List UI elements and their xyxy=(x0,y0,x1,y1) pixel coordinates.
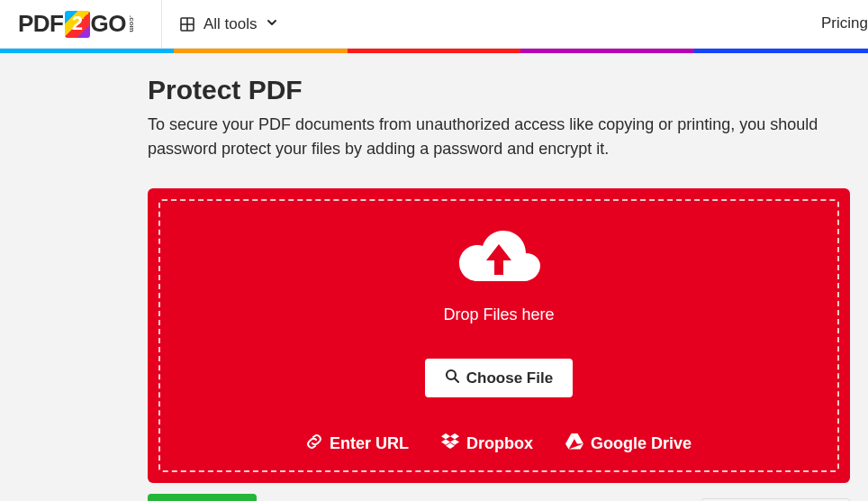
svg-marker-5 xyxy=(441,433,450,439)
upload-panel: Drop Files here Choose File xyxy=(148,188,850,483)
source-row: Enter URL Dropbox xyxy=(182,433,816,454)
color-bar xyxy=(0,49,868,53)
all-tools-label: All tools xyxy=(203,15,258,33)
logo-text-com: .com xyxy=(128,15,136,32)
page-subtitle: To secure your PDF documents from unauth… xyxy=(148,113,868,161)
page-title: Protect PDF xyxy=(148,75,868,105)
pricing-link[interactable]: Pricing xyxy=(821,14,868,32)
drop-label: Drop Files here xyxy=(182,305,816,324)
choose-file-button[interactable]: Choose File xyxy=(425,359,573,397)
chevron-down-icon xyxy=(266,15,278,33)
logo-badge: 2 xyxy=(65,11,90,38)
source-gdrive-label: Google Drive xyxy=(591,434,692,453)
link-icon xyxy=(306,433,322,454)
svg-line-4 xyxy=(455,378,458,382)
logo-text-pdf: PDF xyxy=(18,10,64,38)
start-button[interactable]: START xyxy=(148,494,257,501)
cloud-upload-icon xyxy=(454,226,544,295)
search-icon xyxy=(445,369,459,387)
svg-marker-6 xyxy=(450,433,459,439)
dropbox-icon xyxy=(441,433,459,454)
all-tools-menu[interactable]: All tools xyxy=(180,15,279,33)
main-content: Protect PDF To secure your PDF documents… xyxy=(0,53,868,501)
source-dropbox[interactable]: Dropbox xyxy=(441,433,533,454)
choose-file-label: Choose File xyxy=(466,369,553,387)
source-url-label: Enter URL xyxy=(330,434,409,453)
dropzone[interactable]: Drop Files here Choose File xyxy=(158,199,839,472)
grid-icon xyxy=(180,17,194,32)
header-divider xyxy=(161,0,162,49)
source-dropbox-label: Dropbox xyxy=(466,434,533,453)
gdrive-icon xyxy=(565,433,583,454)
source-url[interactable]: Enter URL xyxy=(306,433,409,454)
logo-text-go: GO xyxy=(91,10,126,38)
logo[interactable]: PDF 2 GO .com xyxy=(18,10,136,38)
source-gdrive[interactable]: Google Drive xyxy=(565,433,692,454)
header: PDF 2 GO .com All tools Pricing xyxy=(0,0,868,49)
action-row: START ADD EXAMPLE FILE xyxy=(148,494,850,501)
